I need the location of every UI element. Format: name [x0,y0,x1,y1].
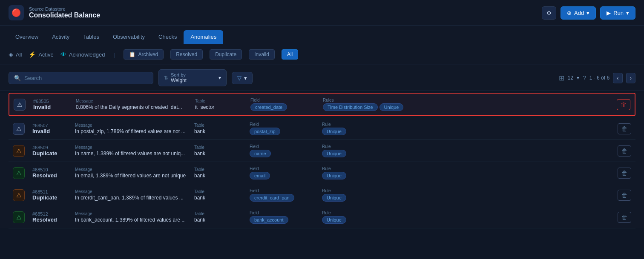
message-value: In bank_account, 1.389% of filtered valu… [75,217,190,223]
col-field: Field postal_zip [250,122,318,135]
rule-badge: Unique [322,128,346,135]
field-label: Field [250,166,318,171]
table-value: it_sector [195,104,246,110]
table-value: bank [194,128,245,134]
tab-overview[interactable]: Overview [9,30,45,44]
message-value: 0.806% of the Daily segments of created_… [76,104,191,110]
table-label: Table [194,123,245,128]
help-icon[interactable]: ? [583,74,586,81]
search-wrap[interactable]: 🔍 [9,72,153,84]
field-label: Field [250,98,319,102]
filter-toggle-button[interactable]: ▽ ▾ [232,72,253,84]
rules-badges: Unique [322,216,416,224]
chevron-down-icon[interactable]: ▾ [577,75,579,81]
filter-all[interactable]: ◈ All [9,51,22,58]
plus-circle-icon: ⊕ [567,10,572,16]
table-row[interactable]: ⚠ #68507 Invalid Message In postal_zip, … [9,118,635,140]
tab-activity[interactable]: Activity [45,30,76,44]
tab-tables[interactable]: Tables [76,30,106,44]
table-label: Table [194,189,245,194]
field-badge: created_date [250,103,287,111]
row-status: Resolved [32,216,71,223]
delete-button[interactable]: 🗑 [617,99,630,110]
delete-button[interactable]: 🗑 [618,212,631,223]
status-icon-resolved: ⚠ [13,167,25,179]
filter-bar: ◈ All ⚡ Active 👁 Acknowledged | 📋 Archiv… [0,44,644,65]
filter-resolved[interactable]: Resolved [170,49,203,60]
settings-button[interactable]: ⚙ [542,6,556,20]
add-button[interactable]: ⊕ Add ▾ [561,6,596,20]
row-id: #68512 [32,211,71,216]
col-field: Field name [250,144,318,157]
row-status: Invalid [33,104,72,110]
pagination-controls: ⊞ 12 ▾ ? 1 - 6 of 6 ‹ › [559,73,635,83]
delete-button[interactable]: 🗑 [618,190,631,201]
gear-icon: ⚙ [546,10,552,16]
sort-button[interactable]: ⇅ Sort by Weight ▾ [158,69,227,86]
rules-label: Rule [322,122,416,127]
col-rules: Rule Unique [322,122,416,135]
filter-acknowledged[interactable]: 👁 Acknowledged [60,51,105,58]
field-badge: email [250,172,270,179]
delete-button[interactable]: 🗑 [618,123,631,134]
row-id-status: #68511 Duplicate [32,189,71,201]
rules-badges: Unique [322,128,416,135]
anomaly-table: ⚠ #68505 Invalid Message 0.806% of the D… [0,93,644,228]
rules-label: Rules [323,98,417,102]
field-label: Field [250,211,318,215]
row-id: #68511 [32,189,71,194]
message-value: In name, 1.389% of filtered values are n… [75,151,190,157]
chevron-down-icon: ▾ [586,10,589,16]
rules-label: Rule [322,211,416,215]
col-message: Message In crerdit_card_pan, 1.389% of f… [75,189,190,201]
filter-duplicate[interactable]: Duplicate [210,49,242,60]
col-field: Field bank_account [250,211,318,224]
status-icon-duplicate: ⚠ [13,189,25,201]
col-table: Table bank [194,167,245,179]
field-label: Field [250,122,318,127]
field-badge: bank_account [250,216,288,224]
table-row[interactable]: ⚠ #68510 Resolved Message In email, 1.38… [9,162,635,184]
col-rules: Rule Unique [322,166,416,179]
run-button[interactable]: ▶ Run ▾ [600,6,635,20]
archive-icon: 📋 [129,51,135,57]
table-row[interactable]: ⚠ #68509 Duplicate Message In name, 1.38… [9,140,635,162]
tab-observability[interactable]: Observability [106,30,152,44]
next-page-button[interactable]: › [626,73,635,83]
search-input[interactable] [24,75,148,81]
header-actions: ⚙ ⊕ Add ▾ ▶ Run ▾ [542,6,635,20]
filter-invalid[interactable]: Invalid [249,49,275,60]
row-id: #68509 [32,145,71,150]
search-icon: 🔍 [14,75,21,81]
row-id-status: #68509 Duplicate [32,145,71,157]
rules-badges: Unique [322,172,416,179]
filter-active[interactable]: ⚡ Active [29,51,53,58]
header-left: 🔴 Source Datastore Consolidated Balance [9,5,100,20]
grid-icon[interactable]: ⊞ [559,74,564,82]
layers-icon: ◈ [9,51,13,58]
row-id-status: #68505 Invalid [33,99,72,110]
row-id-status: #68507 Invalid [32,123,71,134]
table-label: Table [194,167,245,172]
filter-archived[interactable]: 📋 Archived [124,49,164,60]
filter-all-badge[interactable]: All [282,49,298,60]
delete-button[interactable]: 🗑 [618,168,631,179]
rule-badge: Unique [322,216,346,224]
field-badge: postal_zip [250,128,280,135]
tab-checks[interactable]: Checks [152,30,184,44]
table-row[interactable]: ⚠ #68512 Resolved Message In bank_accoun… [9,206,635,228]
tab-anomalies[interactable]: Anomalies [184,30,223,44]
rules-label: Rule [322,144,416,149]
message-label: Message [75,145,190,150]
prev-page-button[interactable]: ‹ [613,73,622,83]
table-row[interactable]: ⚠ #68505 Invalid Message 0.806% of the D… [9,93,635,116]
delete-button[interactable]: 🗑 [618,145,631,157]
table-value: bank [194,217,245,223]
col-table: Table bank [194,145,245,157]
col-message: Message 0.806% of the Daily segments of … [76,99,191,110]
rule-badge: Time Distribution Size [323,103,378,111]
table-row[interactable]: ⚠ #68511 Duplicate Message In crerdit_ca… [9,184,635,206]
status-icon-duplicate: ⚠ [13,145,25,157]
rule-badge: Unique [380,103,404,111]
search-bar: 🔍 ⇅ Sort by Weight ▾ ▽ ▾ ⊞ 12 ▾ ? 1 - 6 … [0,65,644,91]
